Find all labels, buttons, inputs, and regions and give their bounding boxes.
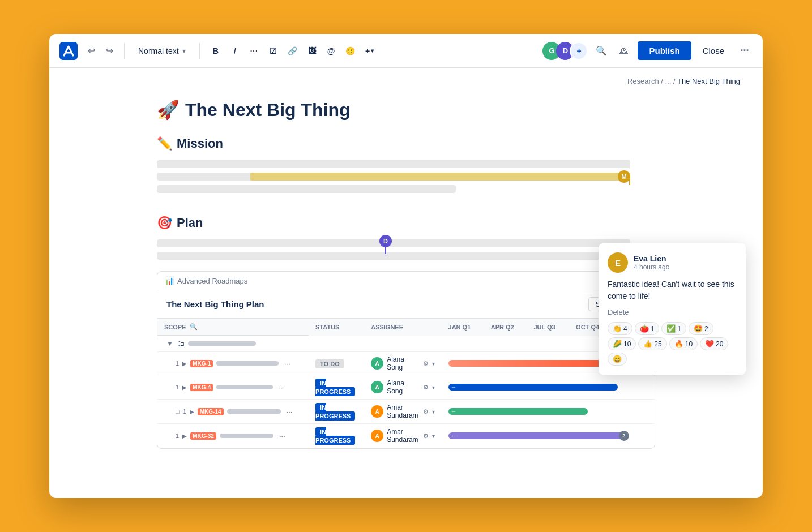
fire-emoji: 🔥 — [674, 340, 683, 348]
breadcrumb-root[interactable]: Research — [627, 77, 659, 85]
plus-icon: + — [365, 46, 370, 55]
mention-button[interactable]: @ — [322, 42, 340, 60]
expand-icon-1[interactable]: ▶ — [182, 361, 187, 367]
search-button[interactable]: 🔍 — [592, 42, 610, 60]
checkbox-14[interactable]: □ — [176, 408, 180, 415]
status-inprogress-badge-32: IN PROGRESS — [315, 427, 355, 445]
assignee-cell-mkg4: A Alana Song ⚙ ▾ — [364, 375, 441, 400]
cursor-m-line — [629, 178, 630, 185]
plan-heading: 🎯 Plan — [157, 216, 655, 230]
row-more-icon-4[interactable]: ··· — [279, 383, 285, 392]
status-cell-mkg14: IN PROGRESS — [309, 400, 364, 424]
gantt-badge-2: 2 — [619, 431, 629, 441]
row-more-icon-32[interactable]: ··· — [279, 432, 285, 440]
title-emoji: 🚀 — [157, 99, 180, 121]
gantt-arrow-left-14: ← — [448, 408, 457, 415]
reaction-tomato[interactable]: 🍅 1 — [635, 322, 660, 335]
roadmap-panel-header: The Next Big Thing Plan Show legend — [157, 290, 655, 319]
reaction-thumbsup[interactable]: 👍 25 — [638, 337, 666, 350]
row-more-icon-14[interactable]: ··· — [287, 407, 293, 416]
mission-heading: ✏️ Mission — [157, 136, 655, 151]
assignee-chevron-icon[interactable]: ▾ — [432, 361, 435, 367]
insert-button[interactable]: + ▾ — [361, 42, 379, 60]
tomato-emoji: 🍅 — [640, 324, 649, 333]
plan-content-lines: D — [157, 239, 655, 260]
assignee-avatar-amar-32: A — [371, 430, 383, 442]
mission-label: Mission — [177, 136, 223, 151]
publish-button[interactable]: Publish — [638, 41, 691, 60]
expand-icon-4[interactable]: ▶ — [182, 384, 187, 391]
mission-section: ✏️ Mission M — [157, 136, 655, 193]
comment-user-avatar: E — [608, 252, 628, 273]
scope-cell-mkg32: 1 ▶ MKG-32 ··· — [157, 424, 309, 448]
plan-emoji: 🎯 — [157, 216, 172, 230]
gantt-arrow-left-32: ← — [448, 432, 457, 439]
assignee-chevron-icon-14[interactable]: ▾ — [432, 409, 435, 415]
text-style-button[interactable]: Normal text ▾ — [131, 43, 193, 59]
status-cell-mkg4: IN PROGRESS — [309, 375, 364, 400]
cursor-m: M — [618, 170, 630, 183]
assignee-chevron-icon-32[interactable]: ▾ — [432, 433, 435, 439]
comment-text: Fantastic idea! Can't wait to see this c… — [608, 278, 737, 302]
reaction-smile[interactable]: 😄 — [608, 353, 627, 366]
thumbsup-count: 25 — [654, 340, 661, 348]
close-button[interactable]: Close — [696, 41, 731, 60]
roadmaps-icon: 📊 — [164, 276, 174, 285]
assignee-cell-mkg32: A Amar Sundaram ⚙ ▾ — [364, 424, 441, 448]
gantt-bar-green: ← — [448, 408, 588, 415]
corn-emoji: 🌽 — [613, 340, 622, 348]
version-button[interactable]: 🕰 — [615, 42, 633, 60]
timeline-cell-mkg32: ← 2 — [442, 424, 655, 448]
search-scope-icon[interactable]: 🔍 — [190, 323, 198, 331]
reaction-stars[interactable]: 🤩 2 — [689, 322, 713, 335]
image-button[interactable]: 🖼 — [303, 42, 321, 60]
mkg32-badge: MKG-32 — [190, 432, 216, 440]
mkg14-badge: MKG-14 — [198, 408, 224, 415]
roadmap-table: SCOPE 🔍 Status Assignee Jan Q1 Apr Q2 Ju… — [157, 319, 655, 448]
reaction-heart[interactable]: ❤️ 20 — [700, 337, 728, 350]
chevron-down-icon: ▾ — [182, 47, 186, 55]
comment-user-name: Eva Lien — [634, 254, 669, 263]
checkbox-button[interactable]: ☑ — [264, 42, 283, 60]
table-row: 1 ▶ MKG-4 ··· IN PROGRESS — [157, 375, 655, 400]
undo-button[interactable]: ↩ — [83, 43, 99, 59]
svg-rect-0 — [59, 42, 78, 60]
comment-time: 4 hours ago — [634, 263, 669, 271]
assignee-settings-icon-14[interactable]: ⚙ — [423, 408, 429, 415]
status-inprogress-badge-4: IN PROGRESS — [315, 379, 355, 396]
add-collaborator-button[interactable]: + — [570, 42, 588, 60]
parent-title-bar — [188, 341, 256, 346]
mkg4-title-bar — [216, 385, 273, 389]
emoji-button[interactable]: 🙂 — [341, 42, 360, 60]
row-number-4: 1 — [176, 384, 179, 391]
gantt-bar-blue: ← — [448, 384, 618, 391]
more-format-button[interactable]: ··· — [245, 42, 263, 60]
jul-q3-header: Jul Q3 — [527, 319, 569, 336]
page-title-text: The Next Big Thing — [185, 100, 351, 121]
expand-icon-14[interactable]: ▶ — [190, 409, 194, 415]
expand-icon-32[interactable]: ▶ — [182, 433, 187, 439]
reaction-fire[interactable]: 🔥 10 — [669, 337, 698, 350]
scope-cell-mkg1: 1 ▶ MKG-1 ··· — [157, 352, 309, 375]
italic-button[interactable]: I — [226, 42, 244, 60]
assignee-settings-icon-4[interactable]: ⚙ — [423, 384, 429, 391]
assignee-settings-icon-32[interactable]: ⚙ — [423, 432, 429, 440]
reaction-corn[interactable]: 🌽 10 — [608, 337, 636, 350]
redo-button[interactable]: ↪ — [101, 43, 117, 59]
reaction-clap[interactable]: 👏 4 — [608, 322, 632, 335]
assignee-avatar-amar-14: A — [371, 405, 383, 418]
collapse-icon[interactable]: ▼ — [166, 340, 173, 347]
check-count: 1 — [677, 325, 681, 333]
bold-button[interactable]: B — [207, 42, 225, 60]
reaction-check[interactable]: ✅ 1 — [661, 322, 686, 335]
link-button[interactable]: 🔗 — [284, 42, 302, 60]
gantt-bar-purple: ← 2 — [448, 432, 624, 439]
more-options-button[interactable]: ··· — [736, 42, 754, 60]
mission-emoji: ✏️ — [157, 136, 172, 151]
assignee-chevron-icon-4[interactable]: ▾ — [432, 384, 435, 391]
assignee-avatar-alana-4: A — [371, 381, 383, 393]
reactions-group: 👏 4 🍅 1 ✅ 1 🤩 2 🌽 10 — [608, 322, 737, 366]
comment-delete-button[interactable]: Delete — [608, 308, 737, 316]
assignee-settings-icon[interactable]: ⚙ — [423, 360, 429, 367]
row-more-icon[interactable]: ··· — [284, 359, 290, 368]
